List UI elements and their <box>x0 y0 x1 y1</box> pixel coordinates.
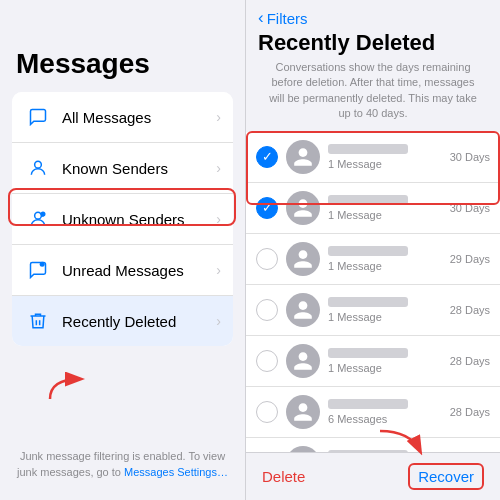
right-title: Recently Deleted <box>258 30 488 56</box>
person-check-icon <box>24 154 52 182</box>
menu-item-all[interactable]: All Messages › <box>12 92 233 143</box>
menu-label-known: Known Senders <box>62 160 216 177</box>
message-info-4: 1 Message <box>328 348 446 374</box>
check-circle-0[interactable]: ✓ <box>256 146 278 168</box>
message-count-5: 6 Messages <box>328 413 446 425</box>
svg-point-4 <box>40 262 45 267</box>
menu-list: All Messages › Known Senders › ? <box>12 92 233 346</box>
avatar-3 <box>286 293 320 327</box>
menu-label-unread: Unread Messages <box>62 262 216 279</box>
svg-text:?: ? <box>42 212 45 217</box>
left-panel: Messages All Messages › Known Senders › <box>0 0 245 500</box>
menu-item-known[interactable]: Known Senders › <box>12 143 233 194</box>
message-info-2: 1 Message <box>328 246 446 272</box>
check-circle-5[interactable] <box>256 401 278 423</box>
message-days-1: 30 Days <box>450 202 490 214</box>
chevron-icon: › <box>216 211 221 227</box>
trash-icon <box>24 307 52 335</box>
message-info-0: 1 Message <box>328 144 446 170</box>
message-list: ✓ 1 Message 30 Days ✓ 1 Message 30 Days <box>246 132 500 452</box>
recover-button[interactable]: Recover <box>408 463 484 490</box>
name-bar-6 <box>328 450 408 452</box>
avatar-5 <box>286 395 320 429</box>
message-days-3: 28 Days <box>450 304 490 316</box>
message-days-2: 29 Days <box>450 253 490 265</box>
message-count-3: 1 Message <box>328 311 446 323</box>
footer-link[interactable]: Messages Settings… <box>124 466 228 478</box>
avatar-6 <box>286 446 320 452</box>
message-count-0: 1 Message <box>328 158 446 170</box>
menu-label-all: All Messages <box>62 109 216 126</box>
message-days-5: 28 Days <box>450 406 490 418</box>
avatar-1 <box>286 191 320 225</box>
back-chevron-icon: ‹ <box>258 8 264 28</box>
chevron-icon: › <box>216 262 221 278</box>
name-bar-4 <box>328 348 408 358</box>
name-bar-5 <box>328 399 408 409</box>
message-item[interactable]: 1 Message 28 Days <box>246 336 500 387</box>
message-unread-icon <box>24 256 52 284</box>
svg-point-1 <box>35 212 42 219</box>
footer-text: Junk message filtering is enabled. To vi… <box>12 449 233 480</box>
right-footer: Delete Recover <box>246 452 500 500</box>
message-item[interactable]: 1 Message 28 Days <box>246 438 500 452</box>
back-button[interactable]: ‹ Filters <box>258 8 488 28</box>
svg-point-0 <box>35 161 42 168</box>
avatar-2 <box>286 242 320 276</box>
message-item[interactable]: 6 Messages 28 Days <box>246 387 500 438</box>
name-bar-0 <box>328 144 408 154</box>
name-bar-1 <box>328 195 408 205</box>
chevron-icon: › <box>216 160 221 176</box>
menu-item-unread[interactable]: Unread Messages › <box>12 245 233 296</box>
message-info-3: 1 Message <box>328 297 446 323</box>
avatar-4 <box>286 344 320 378</box>
check-circle-4[interactable] <box>256 350 278 372</box>
arrow-icon <box>40 371 90 405</box>
check-circle-1[interactable]: ✓ <box>256 197 278 219</box>
message-days-0: 30 Days <box>450 151 490 163</box>
name-bar-3 <box>328 297 408 307</box>
left-title: Messages <box>0 0 245 92</box>
message-item[interactable]: 1 Message 29 Days <box>246 234 500 285</box>
message-item[interactable]: ✓ 1 Message 30 Days <box>246 183 500 234</box>
message-days-4: 28 Days <box>450 355 490 367</box>
message-count-2: 1 Message <box>328 260 446 272</box>
menu-label-deleted: Recently Deleted <box>62 313 216 330</box>
right-panel: ‹ Filters Recently Deleted Conversations… <box>245 0 500 500</box>
message-info-1: 1 Message <box>328 195 446 221</box>
check-circle-2[interactable] <box>256 248 278 270</box>
chevron-icon: › <box>216 109 221 125</box>
menu-item-deleted[interactable]: Recently Deleted › <box>12 296 233 346</box>
message-info-6: 1 Message <box>328 450 446 452</box>
avatar-0 <box>286 140 320 174</box>
check-circle-3[interactable] <box>256 299 278 321</box>
right-header: ‹ Filters Recently Deleted Conversations… <box>246 0 500 132</box>
message-icon <box>24 103 52 131</box>
message-item[interactable]: ✓ 1 Message 30 Days <box>246 132 500 183</box>
message-count-4: 1 Message <box>328 362 446 374</box>
chevron-icon: › <box>216 313 221 329</box>
message-info-5: 6 Messages <box>328 399 446 425</box>
menu-item-unknown[interactable]: ? Unknown Senders › <box>12 194 233 245</box>
right-subtitle: Conversations show the days remaining be… <box>258 60 488 122</box>
back-label: Filters <box>267 10 308 27</box>
person-question-icon: ? <box>24 205 52 233</box>
delete-button[interactable]: Delete <box>262 468 305 485</box>
message-count-1: 1 Message <box>328 209 446 221</box>
message-item[interactable]: 1 Message 28 Days <box>246 285 500 336</box>
menu-label-unknown: Unknown Senders <box>62 211 216 228</box>
name-bar-2 <box>328 246 408 256</box>
